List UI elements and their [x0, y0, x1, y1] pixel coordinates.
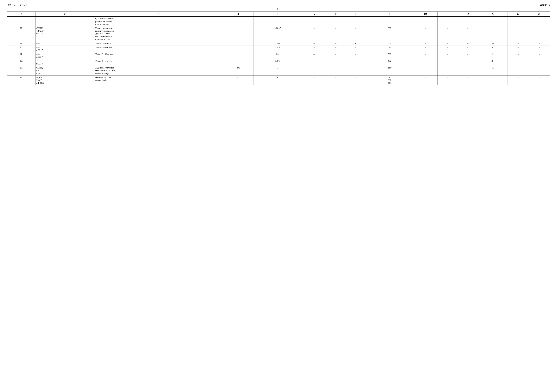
- cell-2-10: –: [413, 41, 438, 45]
- cell-0-14: [508, 16, 529, 26]
- cell-0-2: [35, 16, 94, 26]
- col-header-9: 9: [366, 12, 413, 16]
- cell-1-6: –: [302, 26, 327, 41]
- cell-5-11: –: [438, 59, 457, 66]
- col-header-5: 5: [253, 12, 302, 16]
- table-body: б) стоимость мате- риалов, не учтен- ных…: [7, 16, 550, 85]
- cell-4-2: –"– п.3327: [35, 52, 94, 59]
- cell-1-2: ССЦЦ ч.У р.IX п.3314: [35, 26, 94, 41]
- cell-5-3: То же, Д=II4х4мм: [94, 59, 223, 66]
- col-header-14: I4: [508, 12, 529, 16]
- cell-7-12: –: [457, 75, 478, 85]
- page-number-top: 18300-10: [540, 3, 550, 7]
- col-header-1: I: [7, 12, 35, 16]
- cell-4-7: –: [327, 52, 345, 59]
- cell-0-7: [327, 16, 345, 26]
- cell-5-2: –"– п.3333: [35, 59, 94, 66]
- cell-7-4: шт: [223, 75, 253, 85]
- col-header-6: 6: [302, 12, 327, 16]
- cell-5-10: –: [413, 59, 438, 66]
- cell-7-11: –: [438, 75, 457, 85]
- cell-2-12: ∞: [457, 41, 478, 45]
- cell-6-11: –: [438, 66, 457, 75]
- cell-0-4: [223, 16, 253, 26]
- cell-2-13: 24: [478, 41, 508, 45]
- cell-2-3: То же, Д=38х2,2: [94, 41, 223, 45]
- cell-0-5: [253, 16, 302, 26]
- col-header-3: 3: [94, 12, 223, 16]
- col-header-7: 7: [327, 12, 345, 16]
- cell-4-11: –: [438, 52, 457, 59]
- cell-5-6: –: [302, 59, 327, 66]
- cell-0-1: [7, 16, 35, 26]
- cell-6-8: –: [345, 66, 366, 75]
- cell-3-4: т: [223, 45, 253, 52]
- cell-7-5: I: [253, 75, 302, 85]
- table-row: 23.ССЦЦ ч.Ш п.647Задвижка чугунная фланц…: [7, 66, 550, 75]
- cell-2-4: т: [223, 41, 253, 45]
- col-header-8: 8: [345, 12, 366, 16]
- cell-1-7: –: [327, 26, 345, 41]
- cell-6-14: –: [508, 66, 529, 75]
- cell-1-4: т: [223, 26, 253, 41]
- cell-2-15: –: [529, 41, 550, 45]
- cell-5-15: –: [529, 59, 550, 66]
- col-header-13: I3: [478, 12, 508, 16]
- cell-6-5: 5: [253, 66, 302, 75]
- cell-5-7: –: [327, 59, 345, 66]
- table-row: 24.Пр-нт 23-07 п.I-0232Вентиль Д-32мм ма…: [7, 75, 550, 85]
- table-row: 22.–"– п.3333То же, Д=II4х4ммт0,373–––49…: [7, 59, 550, 66]
- cell-0-6: [302, 16, 327, 26]
- cell-4-4: т: [223, 52, 253, 59]
- cell-3-7: –: [327, 45, 345, 52]
- cell-7-8: –: [345, 75, 366, 85]
- table-row: I8.ССЦЦ ч.У р.IX п.3314Узлы технологичес…: [7, 26, 550, 41]
- col-header-10: IO: [413, 12, 438, 16]
- col-header-2: 2: [35, 12, 94, 16]
- cell-1-1: I8.: [7, 26, 35, 41]
- col-header-15: I5: [529, 12, 550, 16]
- cell-0-8: [345, 16, 366, 26]
- cell-7-14: –: [508, 75, 529, 85]
- cell-5-14: –: [508, 59, 529, 66]
- cell-2-8: ∞: [345, 41, 366, 45]
- cell-5-9: 492: [366, 59, 413, 66]
- page-center: - 51 -: [7, 8, 550, 10]
- cell-6-7: –: [327, 66, 345, 75]
- table-row: 20.–"– п.3317То же, Д=57х3ммт0,067–––690…: [7, 45, 550, 52]
- cell-7-9: 2,6х I,098= 2,85: [366, 75, 413, 85]
- doc-ref: (УШ.84): [19, 3, 28, 6]
- cell-4-12: –: [457, 52, 478, 59]
- cell-4-15: –: [529, 52, 550, 59]
- cell-7-3: Вентиль Д-32мм марки I5ч9р: [94, 75, 223, 85]
- cell-0-15: [529, 16, 550, 26]
- col-header-12: I2: [457, 12, 478, 16]
- cell-6-13: II5: [478, 66, 508, 75]
- cell-1-8: –: [345, 26, 366, 41]
- doc-info: 902-I-60 (УШ.84): [7, 3, 28, 7]
- cell-7-6: –: [302, 75, 327, 85]
- cell-6-4: шт.: [223, 66, 253, 75]
- cell-2-5: 0,027: [253, 41, 302, 45]
- cell-4-8: –: [345, 52, 366, 59]
- cell-2-9: 888: [366, 41, 413, 45]
- cell-6-10: –: [413, 66, 438, 75]
- cell-5-5: 0,373: [253, 59, 302, 66]
- table-row: 2I.–"– п.3327То же, Д=89х4 ммт0,0I—––508…: [7, 52, 550, 59]
- cell-3-1: 20.: [7, 45, 35, 52]
- cell-3-2: –"– п.3317: [35, 45, 94, 52]
- cell-3-13: 46: [478, 45, 508, 52]
- cell-3-3: То же, Д=57х3мм: [94, 45, 223, 52]
- cell-4-6: —: [302, 52, 327, 59]
- cell-1-12: –: [457, 26, 478, 41]
- cell-7-10: –: [413, 75, 438, 85]
- cell-0-9: [366, 16, 413, 26]
- cell-4-5: 0,0I: [253, 52, 302, 59]
- cell-3-14: –: [508, 45, 529, 52]
- cell-0-13: [478, 16, 508, 26]
- cell-0-11: [438, 16, 457, 26]
- col-header-4: 4: [223, 12, 253, 16]
- cell-5-13: I84: [478, 59, 508, 66]
- cell-4-9: 508: [366, 52, 413, 59]
- cell-7-7: –: [327, 75, 345, 85]
